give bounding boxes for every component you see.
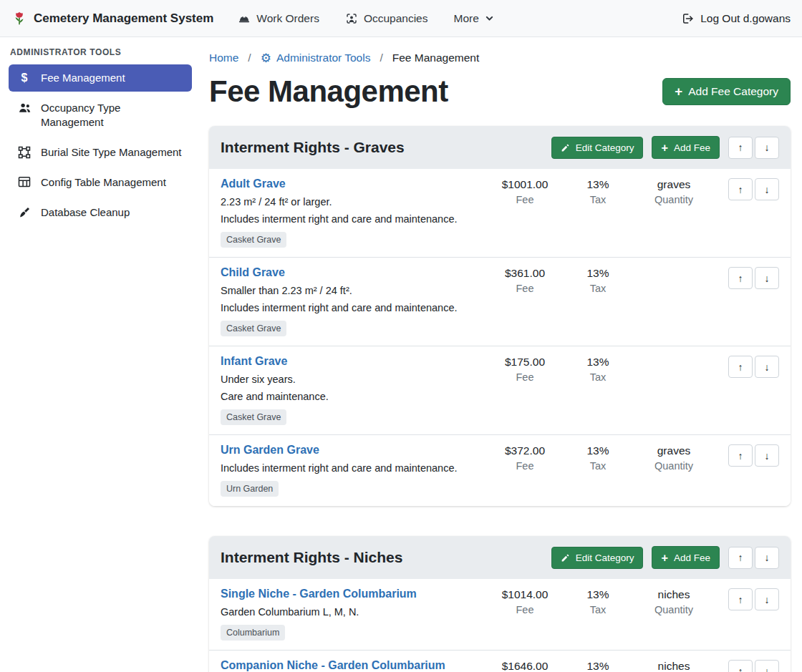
pencil-icon xyxy=(561,143,570,152)
add-fee-category-label: Add Fee Category xyxy=(688,85,778,98)
top-navbar: Cemetery Management System Work Orders xyxy=(0,0,802,37)
move-fee-down-button[interactable]: ↓ xyxy=(755,660,779,672)
tulip-logo-icon xyxy=(11,11,27,26)
fee-amount: $1001.00 xyxy=(486,178,564,191)
move-fee-up-button[interactable]: ↑ xyxy=(728,267,753,289)
fee-name-link[interactable]: Child Grave xyxy=(221,266,285,279)
breadcrumb: Home / ⚙ Administrator Tools / Fee Manag… xyxy=(209,52,791,64)
fee-amount: $361.00 xyxy=(486,267,564,280)
gear-icon: ⚙ xyxy=(261,52,271,64)
fee-name-link[interactable]: Companion Niche - Garden Columbarium xyxy=(221,659,445,672)
sidebar-item-burial-site-type-management[interactable]: Burial Site Type Management xyxy=(9,139,192,166)
add-fee-button[interactable]: + Add Fee xyxy=(652,136,720,159)
move-fee-down-button[interactable]: ↓ xyxy=(755,444,779,467)
fee-quantity-unit: graves xyxy=(632,178,715,191)
fee-quantity-column: graves Quantity xyxy=(632,177,715,205)
sidebar-item-label: Database Cleanup xyxy=(41,205,130,220)
vector-square-icon xyxy=(17,146,32,159)
category-header: Interment Rights - Graves Edit Category … xyxy=(209,126,791,169)
table-icon xyxy=(17,176,32,188)
move-fee-up-button[interactable]: ↑ xyxy=(728,588,753,610)
breadcrumb-home-link[interactable]: Home xyxy=(209,52,238,64)
fee-name-link[interactable]: Adult Grave xyxy=(221,177,286,190)
fee-quantity-column xyxy=(632,355,715,356)
logout-button[interactable]: Log Out d.gowans xyxy=(681,12,791,25)
fee-row: Infant Grave Under six years. Care and m… xyxy=(209,346,791,434)
fee-tax-column: 13% Tax xyxy=(564,659,632,672)
hard-hat-icon xyxy=(238,12,251,25)
nav-work-orders[interactable]: Work Orders xyxy=(238,12,319,25)
arrow-up-icon: ↑ xyxy=(738,666,743,672)
sidebar-item-label: Config Table Management xyxy=(41,175,166,190)
app-brand[interactable]: Cemetery Management System xyxy=(11,11,213,26)
sidebar-item-label: Fee Management xyxy=(41,71,125,85)
move-fee-down-button[interactable]: ↓ xyxy=(755,356,779,378)
move-fee-up-button[interactable]: ↑ xyxy=(728,178,753,200)
fee-amount-label: Fee xyxy=(486,371,564,383)
edit-category-button[interactable]: Edit Category xyxy=(551,137,644,159)
move-fee-down-button[interactable]: ↓ xyxy=(755,178,779,200)
fee-info: Companion Niche - Garden Columbarium Gar… xyxy=(221,659,486,672)
main-content: Home / ⚙ Administrator Tools / Fee Manag… xyxy=(200,37,802,672)
move-category-up-button[interactable]: ↑ xyxy=(728,547,753,569)
fee-amount-label: Fee xyxy=(486,283,564,294)
arrow-up-icon: ↑ xyxy=(738,184,743,195)
fee-amount-column: $361.00 Fee xyxy=(486,266,564,294)
broom-icon xyxy=(17,206,32,219)
fee-name-link[interactable]: Infant Grave xyxy=(221,355,287,368)
fee-quantity-column xyxy=(632,266,715,267)
fee-tax: 13% xyxy=(564,444,632,457)
fee-info: Urn Garden Grave Includes interment righ… xyxy=(221,444,486,497)
add-fee-label: Add Fee xyxy=(674,552,710,563)
fee-tax-label: Tax xyxy=(564,371,632,383)
fee-reorder-group: ↑ ↓ xyxy=(728,267,779,289)
fee-name-link[interactable]: Single Niche - Garden Columbarium xyxy=(221,588,417,600)
fee-tax: 13% xyxy=(564,356,632,369)
fee-description: Includes interment right and care and ma… xyxy=(221,301,486,315)
fee-description: Care and maintenance. xyxy=(221,389,486,404)
fee-row: Companion Niche - Garden Columbarium Gar… xyxy=(209,650,791,672)
nav-occupancies[interactable]: Occupancies xyxy=(345,12,428,25)
add-fee-button[interactable]: + Add Fee xyxy=(652,546,720,569)
arrow-up-icon: ↑ xyxy=(738,273,743,284)
plus-icon: + xyxy=(661,142,667,153)
add-fee-category-button[interactable]: + Add Fee Category xyxy=(662,78,791,106)
category-title: Interment Rights - Niches xyxy=(221,549,402,566)
fee-tax-label: Tax xyxy=(564,283,632,294)
fee-description: Includes interment right and care and ma… xyxy=(221,461,486,475)
sidebar-item-fee-management[interactable]: $ Fee Management xyxy=(9,64,192,92)
fee-tag: Urn Garden xyxy=(221,481,279,497)
category-actions: Edit Category + Add Fee ↑ ↓ xyxy=(551,546,779,569)
fee-tag: Casket Grave xyxy=(221,409,286,425)
move-fee-up-button[interactable]: ↑ xyxy=(728,660,753,672)
fee-amount-label: Fee xyxy=(486,460,564,472)
move-fee-up-button[interactable]: ↑ xyxy=(728,356,753,378)
fee-name-link[interactable]: Urn Garden Grave xyxy=(221,444,319,457)
move-category-down-button[interactable]: ↓ xyxy=(755,547,779,569)
chevron-down-icon xyxy=(485,14,494,23)
fee-amount-label: Fee xyxy=(486,194,564,205)
nav-occupancies-label: Occupancies xyxy=(364,12,428,25)
sidebar-item-config-table-management[interactable]: Config Table Management xyxy=(9,169,192,196)
fee-amount-column: $372.00 Fee xyxy=(486,444,564,472)
fee-amount: $1014.00 xyxy=(486,588,564,601)
fee-reorder-group: ↑ ↓ xyxy=(728,178,779,200)
sidebar-item-occupancy-type-management[interactable]: Occupancy Type Management xyxy=(9,94,192,136)
arrow-down-icon: ↓ xyxy=(765,184,770,195)
breadcrumb-admin-tools-link[interactable]: ⚙ Administrator Tools xyxy=(261,52,371,64)
fee-info: Adult Grave 2.23 m² / 24 ft² or larger. … xyxy=(221,177,486,248)
arrow-down-icon: ↓ xyxy=(765,594,770,605)
move-category-down-button[interactable]: ↓ xyxy=(755,137,779,159)
occupancy-person-icon xyxy=(345,12,358,25)
fee-tax-label: Tax xyxy=(564,194,632,205)
edit-category-button[interactable]: Edit Category xyxy=(551,547,644,569)
fee-description: Smaller than 2.23 m² / 24 ft². xyxy=(221,283,486,298)
move-category-up-button[interactable]: ↑ xyxy=(728,137,753,159)
pencil-icon xyxy=(561,553,570,563)
nav-more[interactable]: More xyxy=(454,12,494,25)
move-fee-down-button[interactable]: ↓ xyxy=(755,588,779,610)
sidebar-item-database-cleanup[interactable]: Database Cleanup xyxy=(9,199,192,226)
fee-quantity-label: Quantity xyxy=(632,604,715,615)
move-fee-up-button[interactable]: ↑ xyxy=(728,444,753,467)
move-fee-down-button[interactable]: ↓ xyxy=(755,267,779,289)
